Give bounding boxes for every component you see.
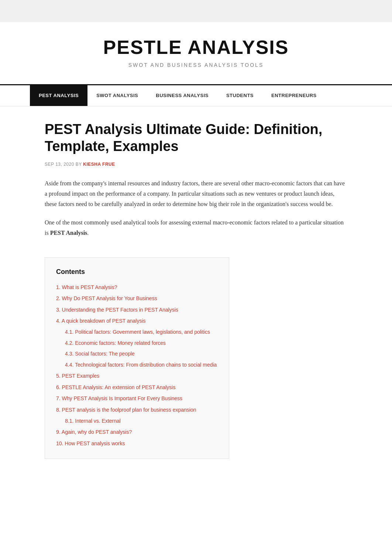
article-by: BY [76,162,82,167]
nav-link[interactable]: BUSINESS ANALYSIS [147,85,217,106]
table-of-contents: Contents 1. What is PEST Analysis?2. Why… [45,257,229,459]
toc-sub-link[interactable]: 4.4. Technological factors: From distrib… [65,362,217,368]
toc-link[interactable]: 10. How PEST analysis works [56,440,125,446]
nav-item-business-analysis[interactable]: BUSINESS ANALYSIS [147,85,217,106]
toc-sub-item: 4.4. Technological factors: From distrib… [65,360,218,370]
top-banner [0,0,392,22]
toc-sub-link[interactable]: 4.3. Social factors: The people [65,351,135,357]
paragraph-2-start: One of the most commonly used analytical… [45,219,344,236]
paragraph-1: Aside from the company's internal resour… [45,178,347,209]
paragraph-2: One of the most commonly used analytical… [45,217,347,238]
toc-item: 2. Why Do PEST Analysis for Your Busines… [56,294,218,303]
toc-link[interactable]: 5. PEST Examples [56,373,99,379]
toc-sublist: 4.1. Political factors: Government laws,… [56,327,218,369]
nav-item-entrepreneurs[interactable]: ENTREPRENEURS [262,85,326,106]
toc-sublist: 8.1. Internal vs. External [56,416,218,426]
toc-list: 1. What is PEST Analysis?2. Why Do PEST … [56,282,218,448]
toc-link[interactable]: 4. A quick breakdown of PEST analysis [56,318,146,324]
toc-link[interactable]: 7. Why PEST Analysis Is Important For Ev… [56,395,182,401]
nav-item-swot-analysis[interactable]: SWOT ANALYSIS [87,85,147,106]
toc-item: 3. Understanding the PEST Factors in PES… [56,305,218,315]
toc-item: 10. How PEST analysis works [56,439,218,448]
site-header: PESTLE ANALYSIS SWOT AND BUSINESS ANALYS… [0,22,392,77]
article-body: Aside from the company's internal resour… [45,178,347,238]
toc-link[interactable]: 1. What is PEST Analysis? [56,284,117,290]
site-title: PESTLE ANALYSIS [7,37,385,58]
nav-link[interactable]: PEST ANALYSIS [30,85,87,106]
toc-item: 1. What is PEST Analysis? [56,282,218,292]
nav-link[interactable]: STUDENTS [217,85,262,106]
toc-sub-item: 4.1. Political factors: Government laws,… [65,327,218,337]
toc-sub-link[interactable]: 4.1. Political factors: Government laws,… [65,329,210,335]
nav-link[interactable]: SWOT ANALYSIS [87,85,147,106]
nav-link[interactable]: ENTREPRENEURS [262,85,326,106]
toc-item: 7. Why PEST Analysis Is Important For Ev… [56,394,218,403]
toc-item: 5. PEST Examples [56,371,218,381]
toc-link[interactable]: 9. Again, why do PEST analysis? [56,429,132,435]
toc-sub-item: 4.2. Economic factors: Money related for… [65,338,218,348]
toc-link[interactable]: 8. PEST analysis is the foolproof plan f… [56,407,196,413]
toc-sub-item: 4.3. Social factors: The people [65,349,218,358]
paragraph-2-bold: PEST Analysis [50,230,87,236]
toc-item: 6. PESTLE Analysis: An extension of PEST… [56,382,218,392]
article-date: SEP 13, 2020 [45,162,74,167]
toc-item: 4. A quick breakdown of PEST analysis4.1… [56,316,218,369]
nav-item-students[interactable]: STUDENTS [217,85,262,106]
article-author[interactable]: KIESHA FRUE [83,162,115,167]
toc-title: Contents [56,267,218,277]
article-meta: SEP 13, 2020 BY KIESHA FRUE [45,161,347,168]
toc-link[interactable]: 2. Why Do PEST Analysis for Your Busines… [56,295,157,301]
toc-link[interactable]: 3. Understanding the PEST Factors in PES… [56,307,178,313]
toc-sub-item: 8.1. Internal vs. External [65,416,218,426]
main-nav: PEST ANALYSISSWOT ANALYSISBUSINESS ANALY… [0,84,392,107]
toc-sub-link[interactable]: 4.2. Economic factors: Money related for… [65,340,166,346]
paragraph-2-end: . [87,230,89,236]
toc-sub-link[interactable]: 8.1. Internal vs. External [65,418,121,424]
main-content: PEST Analysis Ultimate Guide: Definition… [30,106,362,481]
toc-link[interactable]: 6. PESTLE Analysis: An extension of PEST… [56,384,175,390]
toc-item: 9. Again, why do PEST analysis? [56,427,218,437]
article-title: PEST Analysis Ultimate Guide: Definition… [45,121,347,155]
site-subtitle: SWOT AND BUSINESS ANALYSIS TOOLS [7,61,385,69]
nav-item-pest-analysis[interactable]: PEST ANALYSIS [30,85,87,106]
toc-item: 8. PEST analysis is the foolproof plan f… [56,405,218,425]
